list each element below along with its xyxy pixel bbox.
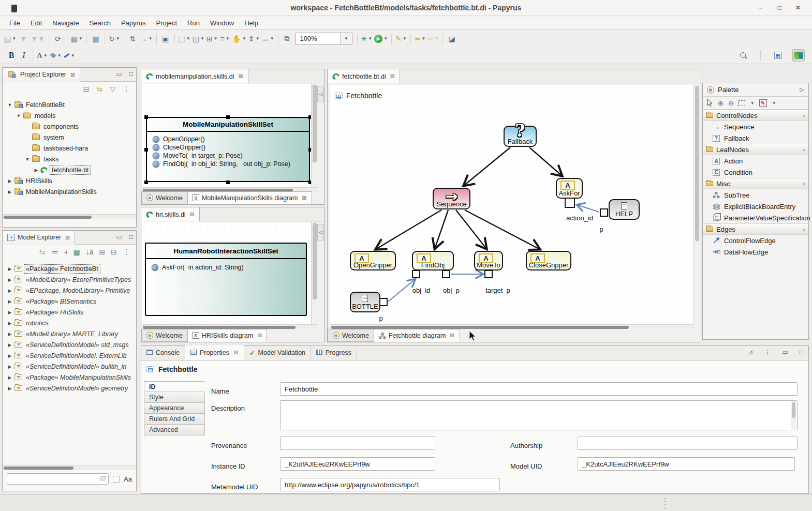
dropdown-arrow-icon[interactable]: ▼ (422, 36, 426, 41)
expand-arrow-icon[interactable]: ▶ (6, 375, 14, 380)
table-edit-button[interactable]: ▥ (90, 33, 102, 45)
collapse-group-icon[interactable]: « (802, 227, 805, 232)
control-flow-edge[interactable] (529, 147, 562, 176)
expand-arrow-icon[interactable]: ▶ (6, 321, 14, 326)
grid-button[interactable]: ⊞▼ (205, 33, 219, 45)
sort-alphabetically-icon[interactable]: ↓a (86, 248, 94, 256)
italic-button[interactable]: I (18, 49, 30, 62)
tree-item-components[interactable]: components (3, 121, 136, 132)
menu-file[interactable]: File (4, 18, 25, 28)
debug-button[interactable]: ✳▼ (360, 33, 374, 45)
close-tab-icon[interactable]: ⊠ (234, 349, 239, 356)
control-flow-edge[interactable] (464, 147, 510, 186)
maximize-view-icon[interactable]: □ (129, 70, 133, 78)
tree-item-models[interactable]: ▼models (3, 110, 136, 121)
palette-group-leafnodes[interactable]: LeafNodes« (703, 144, 808, 155)
close-tab-icon[interactable]: ⊠ (302, 194, 306, 201)
match-case-checkbox[interactable] (113, 476, 120, 483)
bt-tab-fetchbottle-diagram[interactable]: Fetchbottle diagram⊠ (374, 329, 460, 342)
closegripper-node[interactable]: ACloseGripper (526, 251, 571, 270)
palette-group-edges[interactable]: Edges« (703, 223, 808, 235)
model-uid-input[interactable] (578, 457, 795, 471)
tab-project-explorer[interactable]: Project Explorer ⊠ (3, 68, 80, 82)
moveto-port-targetp[interactable] (484, 270, 493, 278)
back-button[interactable]: ⇦▼ (414, 33, 427, 45)
hri-tab-hriskills-diagram[interactable]: SHRISkills diagram⊠ (188, 329, 268, 342)
menu-papyrus[interactable]: Papyrus (116, 18, 151, 28)
selection-handle-icon[interactable] (144, 181, 148, 184)
tab-properties[interactable]: Properties⊠ (185, 345, 244, 360)
zoom-value[interactable]: 100% (296, 33, 341, 45)
model-item[interactable]: ▶«ModelLibrary» EcorePrimitiveTypes (3, 274, 136, 285)
tab-fetchbottle-bt[interactable]: fetchbottle.bt.di ⊠ (328, 69, 400, 83)
expand-arrow-icon[interactable]: ▶ (6, 288, 14, 293)
data-flow-edge[interactable] (388, 279, 415, 302)
zoom-combobox[interactable]: 100%▼ (296, 33, 352, 45)
palette-tool-action[interactable]: AAction (703, 155, 808, 167)
fill-color-button[interactable]: ▼ (49, 49, 63, 62)
zoom-dropdown-icon[interactable]: ▼ (341, 33, 352, 45)
model-item[interactable]: ▶«ModelLibrary» MARTE_Library (3, 328, 136, 339)
model-item[interactable]: ▶«Package» HriSkills (3, 307, 136, 318)
control-flow-edge[interactable] (465, 210, 540, 249)
menu-run[interactable]: Run (182, 18, 205, 28)
selection-handle-icon[interactable] (144, 148, 148, 152)
expand-arrow-icon[interactable]: ▶ (6, 332, 14, 337)
new-table-button[interactable]: ▦▼ (70, 33, 84, 45)
copy-diagram-button[interactable]: ▣ (159, 33, 172, 45)
skills-tab-welcome[interactable]: Welcome (141, 191, 188, 204)
maximize-button[interactable]: □ (775, 3, 784, 12)
findobj-port-objp[interactable] (442, 270, 450, 278)
open-diagram-button[interactable]: ◪ (446, 33, 458, 45)
expand-arrow-icon[interactable]: ▶ (6, 353, 14, 358)
highlight-button[interactable]: ✎▼ (394, 33, 408, 45)
model-item[interactable]: ▶«ServiceDefinitionModel» geometry (3, 383, 136, 394)
customize-view-icon[interactable]: ▦ (73, 248, 80, 256)
dropdown-arrow-icon[interactable]: ▼ (256, 36, 260, 41)
view-menu-icon[interactable]: ⋮ (764, 349, 771, 356)
expand-arrow-icon[interactable]: ▼ (14, 113, 23, 118)
palette-tool-parametervaluespecification[interactable]: ParameterValueSpecification (703, 212, 808, 223)
close-tab-icon[interactable]: ⊠ (257, 332, 262, 339)
expand-all-icon[interactable]: ⊞ (99, 248, 106, 256)
forward-button[interactable]: ⇨▼ (426, 33, 440, 45)
description-input[interactable] (280, 400, 798, 430)
bold-button[interactable]: B (5, 49, 18, 62)
align-button[interactable]: ≡▼ (219, 33, 231, 45)
robotics-config-button[interactable]: ⟳ (52, 33, 64, 45)
pin-editor-icon[interactable]: ⊿ (748, 349, 753, 356)
dropdown-arrow-icon[interactable]: ▼ (270, 36, 274, 41)
tab-console[interactable]: Console (141, 345, 185, 360)
close-tab-icon[interactable]: ⊠ (190, 211, 195, 218)
zoom-in-tool[interactable]: ⊕ (718, 99, 724, 107)
diagram-link-button[interactable]: ⧉ (281, 33, 293, 45)
menu-window[interactable]: Window (205, 18, 239, 28)
operation-row[interactable]: OpenGripper() (147, 135, 309, 143)
model-item[interactable]: ▶«ServiceDefinitionModel, ExternLib (3, 350, 136, 361)
marquee-tool[interactable] (739, 100, 745, 106)
side-tab-style[interactable]: Style (144, 392, 205, 403)
dropdown-arrow-icon[interactable]: ▼ (116, 36, 120, 41)
hri-tab-welcome[interactable]: Welcome (141, 329, 188, 342)
sash-handle[interactable] (665, 498, 666, 509)
dropdown-arrow-icon[interactable]: ▼ (12, 36, 16, 41)
tree-item-fetchbottle-bt[interactable]: ▶fetchbottle.bt (3, 164, 136, 175)
clear-search-icon[interactable] (100, 476, 107, 480)
tree-item-taskbased-hara[interactable]: taskbased-hara (3, 143, 136, 154)
maximize-view-icon[interactable]: □ (800, 349, 803, 356)
operation-row[interactable]: CloseGripper() (147, 143, 309, 152)
expand-arrow-icon[interactable]: ▶ (6, 277, 14, 282)
route-button[interactable]: ⇕▼ (247, 33, 261, 45)
refresh-model-button[interactable]: ↻▼ (108, 33, 121, 45)
resize-button[interactable]: ↔▼ (261, 33, 275, 45)
collapse-group-icon[interactable]: « (802, 113, 805, 118)
expand-arrow-icon[interactable]: ▼ (23, 157, 32, 162)
tree-item-hriskills[interactable]: ▶HRISkills (3, 175, 136, 186)
menu-help[interactable]: Help (239, 18, 263, 28)
selection-tool[interactable] (707, 99, 713, 107)
tab-progress[interactable]: Progress (311, 345, 357, 360)
tree-item-tasks[interactable]: ▼tasks (3, 154, 136, 164)
expand-arrow-icon[interactable]: ▶ (6, 266, 14, 272)
palette-collapse-icon[interactable]: ▷ (800, 86, 804, 93)
model-item[interactable]: ▶robotics (3, 318, 136, 328)
